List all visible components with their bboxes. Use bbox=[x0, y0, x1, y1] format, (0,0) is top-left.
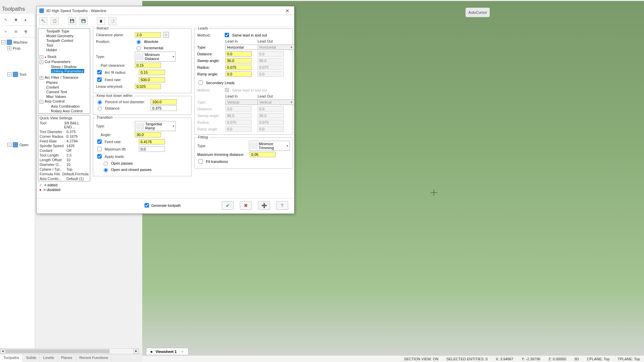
apply-leads-check[interactable] bbox=[97, 154, 102, 159]
tree-axis-combo[interactable]: Axis Combination bbox=[38, 104, 90, 109]
notes-icon[interactable]: 📑 bbox=[108, 17, 116, 25]
scroll-left-icon[interactable]: ◄ bbox=[0, 349, 5, 354]
insert-icon[interactable]: ▸ bbox=[22, 16, 30, 23]
tree-tool[interactable]: Tool bbox=[38, 43, 90, 48]
max-lift-input[interactable]: 0.0 bbox=[139, 146, 165, 152]
status-section: SECTION VIEW: ON bbox=[404, 357, 438, 361]
trans-feedrate-input[interactable]: 6.4176 bbox=[139, 139, 165, 144]
wave2-icon[interactable]: ≋ bbox=[12, 28, 19, 35]
leadin-type-dropdown[interactable]: Horizontal▼ bbox=[225, 45, 262, 50]
fitting-type-dropdown[interactable]: Minimize Trimming ▼ bbox=[249, 141, 290, 151]
tree-linking-params[interactable]: Linking Parameters bbox=[51, 69, 84, 73]
scroll-thumb[interactable] bbox=[6, 349, 110, 353]
save-go-icon[interactable]: 💾 bbox=[79, 17, 88, 25]
percent-input[interactable]: 100.0 bbox=[151, 99, 177, 105]
add-button[interactable]: ➕ bbox=[258, 201, 270, 210]
viewsheet-add-icon[interactable]: + bbox=[179, 350, 185, 354]
tree-misc[interactable]: Misc Values bbox=[38, 94, 90, 99]
viewsheet-tab[interactable]: ◄ Viewsheet 1 + bbox=[146, 348, 189, 355]
tree-coolant[interactable]: Coolant bbox=[38, 85, 90, 89]
autocursor-label[interactable]: AutoCursor bbox=[468, 10, 487, 14]
arrow-icon[interactable]: ↖ bbox=[2, 16, 9, 23]
status-z: Z: 0.00000 bbox=[548, 357, 566, 361]
tree-axis[interactable]: −Axis Control bbox=[38, 99, 90, 104]
arrow-x-icon[interactable]: ✖ bbox=[12, 16, 19, 23]
tree-stock[interactable]: −Stock bbox=[38, 54, 90, 59]
scroll-right-icon[interactable]: ► bbox=[133, 349, 139, 354]
tree-cut-params[interactable]: −Cut Parameters bbox=[38, 59, 90, 64]
tab-planes[interactable]: Planes bbox=[58, 354, 76, 362]
secondary-leads-check[interactable] bbox=[199, 80, 203, 85]
open-passes-radio[interactable] bbox=[104, 162, 108, 166]
angle-input[interactable]: 30.0 bbox=[135, 132, 161, 137]
ghost-icon[interactable]: 👻 bbox=[22, 28, 30, 35]
status-tplane[interactable]: TPLANE: Top bbox=[618, 357, 640, 361]
leads-title: Leads bbox=[197, 26, 209, 30]
tree-properties[interactable]: + Prop bbox=[1, 46, 34, 51]
incremental-radio[interactable] bbox=[137, 46, 141, 51]
open-closed-radio[interactable] bbox=[104, 168, 108, 172]
dialog-titlebar[interactable]: 3D High Speed Toolpaths - Waterline ✕ bbox=[37, 6, 294, 15]
wave1-icon[interactable]: ≈ bbox=[2, 28, 9, 35]
generate-check[interactable] bbox=[145, 203, 149, 207]
clearance-spinner-icon[interactable]: ↕ bbox=[163, 32, 169, 38]
transition-type-dropdown[interactable]: Tangential Ramp ▼ bbox=[135, 121, 176, 131]
hscroll[interactable]: ◄ ► bbox=[0, 348, 139, 354]
leadin-sweep-input[interactable]: 90.0 bbox=[225, 58, 252, 63]
tree-operations[interactable]: − Open bbox=[1, 141, 34, 148]
tree-model-geometry[interactable]: Model Geometry bbox=[38, 34, 90, 38]
dialog-tree[interactable]: Toolpath Type Model Geometry Toolpath Co… bbox=[38, 28, 90, 114]
tree-toolpath[interactable]: − Tool bbox=[1, 71, 34, 78]
retract-feedrate-input[interactable]: 500.0 bbox=[139, 77, 165, 82]
expand-icon[interactable]: + bbox=[7, 46, 11, 50]
close-icon[interactable]: ✕ bbox=[283, 8, 291, 13]
tree-toolpath-control[interactable]: Toolpath Control bbox=[38, 38, 90, 43]
tab-solids[interactable]: Solids bbox=[23, 354, 40, 362]
tree-holder[interactable]: Holder bbox=[38, 48, 90, 52]
distance-radio[interactable] bbox=[98, 107, 102, 111]
tree-arc-filter[interactable]: +Arc Filter / Tolerance bbox=[38, 75, 90, 80]
clearance-input[interactable]: 2.0 bbox=[135, 32, 161, 38]
cancel-button[interactable]: ✖ bbox=[240, 201, 252, 210]
arc-fit-input[interactable]: 0.15 bbox=[139, 70, 165, 75]
leadin-distance-input[interactable]: 0.0 bbox=[225, 51, 252, 57]
expand-icon[interactable]: − bbox=[7, 72, 11, 76]
leadin-radius-input[interactable]: 0.075 bbox=[225, 65, 252, 70]
retract-type-dropdown[interactable]: Minimum Distance ▼ bbox=[135, 52, 176, 62]
tree-toolpath-type[interactable]: Toolpath Type bbox=[38, 29, 90, 34]
tree-canned[interactable]: Canned Text bbox=[38, 89, 90, 94]
linear-input[interactable]: 0.025 bbox=[135, 84, 161, 89]
tab-levels[interactable]: Levels bbox=[40, 354, 58, 362]
feed-rate-check[interactable] bbox=[97, 77, 102, 82]
status-3d[interactable]: 3D bbox=[574, 357, 579, 361]
trans-feedrate-check[interactable] bbox=[97, 139, 102, 144]
calc-icon[interactable]: 🖩 bbox=[97, 17, 105, 25]
arc-fit-check[interactable] bbox=[97, 70, 102, 74]
panel-title: Toolpaths bbox=[0, 6, 25, 12]
help-button[interactable]: ? bbox=[276, 201, 288, 210]
status-cplane[interactable]: CPLANE: Top bbox=[587, 357, 610, 361]
tree-rotary[interactable]: Rotary Axis Control bbox=[38, 109, 90, 113]
ok-button[interactable]: ✔ bbox=[222, 201, 234, 210]
tab-toolpaths[interactable]: Toolpaths bbox=[0, 354, 23, 362]
part-clearance-input[interactable]: 0.15 bbox=[135, 63, 161, 68]
percent-radio[interactable] bbox=[98, 100, 102, 105]
save-icon[interactable]: 💾 bbox=[68, 17, 76, 25]
fit-transitions-check[interactable] bbox=[199, 159, 203, 164]
same-lead-check[interactable] bbox=[225, 33, 229, 37]
leadin-ramp-input[interactable]: 0.0 bbox=[225, 71, 252, 77]
max-trim-input[interactable]: 0.05 bbox=[250, 152, 276, 157]
absolute-radio[interactable] bbox=[137, 40, 141, 44]
tab-recent[interactable]: Recent Functions bbox=[76, 354, 112, 362]
distance-input[interactable]: 0.375 bbox=[151, 106, 177, 111]
viewsheet-arrow-icon[interactable]: ◄ bbox=[149, 350, 153, 354]
tool-list-icon[interactable]: 📋 bbox=[51, 17, 59, 25]
max-lift-check[interactable] bbox=[97, 147, 102, 151]
tree-steep[interactable]: Steep / Shallow bbox=[38, 64, 90, 69]
tree-machine[interactable]: − Machine bbox=[1, 39, 34, 46]
expand-icon[interactable]: − bbox=[7, 143, 11, 147]
tree-planes[interactable]: Planes bbox=[38, 80, 90, 85]
expand-icon[interactable]: − bbox=[1, 40, 5, 44]
tool-drill-icon[interactable]: 🔧 bbox=[39, 17, 47, 25]
fitting-title: Fitting bbox=[197, 135, 209, 139]
